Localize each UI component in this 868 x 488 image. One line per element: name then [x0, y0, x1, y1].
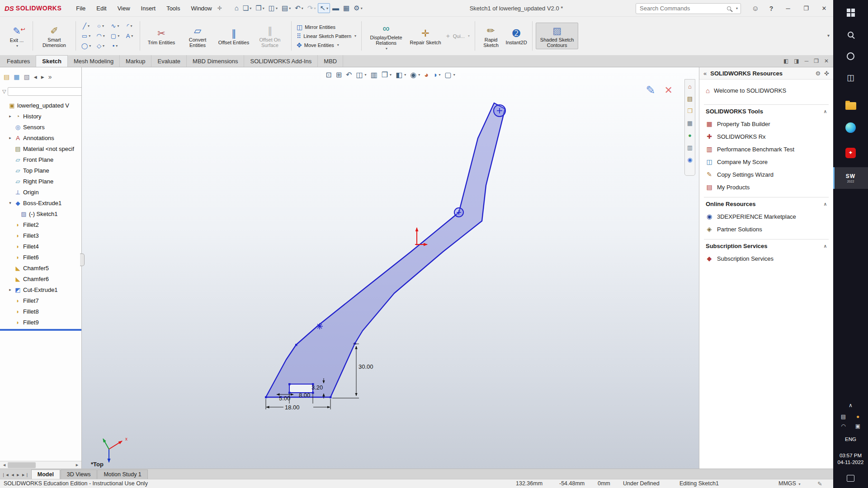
command-tab[interactable]: Sketch: [36, 55, 68, 67]
task-view-button[interactable]: ◫: [833, 67, 868, 89]
hide-show-items-icon[interactable]: ◉ ▾: [410, 71, 420, 79]
dropdown-arrow-icon[interactable]: ▾: [89, 34, 90, 38]
doc-restore-icon[interactable]: ❐: [814, 58, 819, 64]
menu-item[interactable]: Insert: [137, 4, 160, 13]
dropdown-arrow-icon[interactable]: ▾: [102, 24, 104, 28]
select-icon[interactable]: ↖ ▾: [318, 3, 330, 13]
menu-item[interactable]: Tools: [162, 4, 184, 13]
dropdown-arrow-icon[interactable]: ▾: [289, 6, 291, 10]
linear-sketch-pattern-button[interactable]: ⠿ Linear Sketch Pattern ▾: [295, 33, 358, 40]
line-tool-icon[interactable]: ╱ ▾: [79, 21, 93, 31]
edit-appearance-icon[interactable]: ◕ ▾: [424, 71, 429, 79]
menu-item[interactable]: File: [71, 4, 90, 13]
search-input[interactable]: [636, 5, 727, 12]
pin-icon[interactable]: ✜: [824, 70, 829, 77]
taskpane-link[interactable]: ◉ 3DEXPERIENCE Marketplace: [704, 210, 829, 223]
3d-drawing-view-icon[interactable]: ▥ ▾: [371, 71, 377, 79]
design-library-tab-icon[interactable]: ▤: [687, 96, 693, 102]
chevron-up-icon[interactable]: ∧: [824, 202, 827, 206]
rapid-sketch-button[interactable]: ✏ Rapid Sketch: [478, 23, 504, 49]
rectangle-tool-icon[interactable]: ▭ ▾: [79, 31, 93, 41]
expander-icon[interactable]: ▸: [8, 114, 13, 118]
language-indicator[interactable]: ENG: [845, 436, 856, 442]
command-tab[interactable]: Evaluate: [151, 55, 187, 67]
expander-icon[interactable]: ▸: [8, 287, 13, 292]
dropdown-arrow-icon[interactable]: ▾: [131, 34, 133, 38]
dropdown-arrow-icon[interactable]: ▾: [365, 73, 367, 77]
command-tab[interactable]: Features: [1, 55, 36, 67]
panel-pin-icon[interactable]: »: [48, 73, 52, 80]
tree-item[interactable]: ◗ Fillet4: [0, 241, 81, 252]
command-search[interactable]: ▾: [636, 3, 741, 14]
tree-item[interactable]: ▸ ◩ Cut-Extrude1: [0, 284, 81, 295]
restore-button[interactable]: ❐: [797, 0, 815, 17]
command-tab[interactable]: Mesh Modeling: [68, 55, 120, 67]
model-tab[interactable]: Motion Study 1: [97, 469, 147, 479]
taskpane-link[interactable]: ◈ Partner Solutions: [704, 223, 829, 235]
minimize-button[interactable]: ─: [779, 0, 797, 17]
command-tab[interactable]: MBD: [318, 55, 343, 67]
save-icon[interactable]: ◫ ▾: [267, 3, 279, 13]
dropdown-arrow-icon[interactable]: ▾: [453, 73, 455, 77]
arc-tool-icon[interactable]: ◠ ▾: [94, 31, 108, 41]
dropdown-arrow-icon[interactable]: ▾: [103, 44, 104, 48]
ribbon-collapse-icon[interactable]: ▾: [827, 33, 830, 38]
previous-view-icon[interactable]: ↶ ▾: [346, 71, 352, 79]
circle-tool-icon[interactable]: ○ ▾: [94, 21, 108, 31]
repair-sketch-button[interactable]: ✛ Repair Sketch: [407, 25, 443, 47]
dropdown-arrow-icon[interactable]: ▾: [736, 6, 738, 10]
taskpane-link[interactable]: ◫ Compare My Score: [704, 155, 829, 168]
move-entities-button[interactable]: ✥ Move Entities ▾: [295, 42, 341, 49]
smart-dimension-button[interactable]: ✐ Smart Dimension: [36, 23, 72, 49]
first-model-tab-icon[interactable]: ❘◄: [2, 473, 9, 477]
dimension-3-2[interactable]: 3.20: [311, 384, 323, 391]
help-icon[interactable]: ?: [764, 5, 779, 12]
status-pencil-icon[interactable]: ✎: [817, 480, 822, 487]
undo-icon[interactable]: ↶ ▾: [293, 3, 305, 13]
touch-mode-icon[interactable]: ▬ ▾: [330, 3, 341, 13]
dropdown-arrow-icon[interactable]: ▾: [361, 6, 363, 10]
tree-item[interactable]: ▸ A Annotations: [0, 132, 81, 143]
instant2d-button[interactable]: ➋ Instant2D: [504, 25, 529, 47]
dropdown-arrow-icon[interactable]: ▾: [250, 6, 251, 10]
menu-item[interactable]: Window: [186, 4, 216, 13]
dropdown-arrow-icon[interactable]: ▾: [326, 6, 328, 10]
wifi-icon[interactable]: ◠: [841, 423, 845, 429]
exit-sketch-button[interactable]: ✎↩ Exit ... ▾: [4, 23, 29, 49]
scroll-left-icon[interactable]: ◄: [1, 463, 8, 467]
units-selector[interactable]: MMGS ▾: [778, 480, 800, 487]
dropdown-arrow-icon[interactable]: ▾: [337, 43, 339, 47]
section-view-icon[interactable]: ◫ ▾: [356, 71, 366, 79]
taskpane-link[interactable]: ✎ Copy Settings Wizard: [704, 168, 829, 181]
cortana-button[interactable]: [833, 45, 868, 67]
search-icon[interactable]: [727, 6, 731, 10]
exit-sketch-confirm-icon[interactable]: ✎: [646, 84, 656, 97]
taskbar-search-button[interactable]: [833, 23, 868, 45]
display-delete-relations-button[interactable]: ∞ Display/Delete Relations ▾: [365, 20, 407, 52]
ellipse-tool-icon[interactable]: ◯ ▾: [79, 41, 93, 51]
display-style-icon[interactable]: ◧ ▾: [396, 71, 406, 79]
dropdown-arrow-icon[interactable]: ▾: [89, 44, 91, 48]
tree-item[interactable]: ▾ ◆ Boss-Extrude1: [0, 197, 81, 208]
view-settings-icon[interactable]: ▢ ▾: [445, 71, 455, 79]
dropdown-arrow-icon[interactable]: ▾: [263, 6, 264, 10]
dropdown-arrow-icon[interactable]: ▾: [103, 34, 105, 38]
panel-scroll-left-icon[interactable]: ◂: [34, 73, 37, 80]
sketch-fillet-tool-icon[interactable]: ◜ ▾: [123, 21, 137, 31]
dropdown-arrow-icon[interactable]: ▾: [116, 44, 118, 48]
propertymanager-tab-icon[interactable]: ▦: [14, 73, 19, 80]
command-tab[interactable]: MBD Dimensions: [187, 55, 244, 67]
offset-entities-button[interactable]: ∥ Offset Entities: [216, 25, 252, 47]
taskbar-clock[interactable]: 03:57 PM 04-11-2022: [838, 453, 864, 465]
taskpane-link[interactable]: ◆ Subscription Services: [704, 252, 829, 265]
pane-toggle-right-icon[interactable]: ◨: [794, 58, 799, 64]
prev-model-tab-icon[interactable]: ◄: [10, 473, 14, 477]
convert-entities-button[interactable]: ▱ Convert Entities: [179, 23, 216, 49]
featuremanager-tab-icon[interactable]: ▤: [4, 73, 9, 80]
tree-item[interactable]: ▨ (-) Sketch1: [0, 208, 81, 219]
dropdown-arrow-icon[interactable]: ▾: [418, 73, 420, 77]
last-model-tab-icon[interactable]: ►❘: [21, 473, 28, 477]
menu-pin-icon[interactable]: ✢: [217, 5, 222, 11]
chevron-up-icon[interactable]: ∧: [824, 244, 827, 249]
dropdown-arrow-icon[interactable]: ▾: [88, 24, 90, 28]
